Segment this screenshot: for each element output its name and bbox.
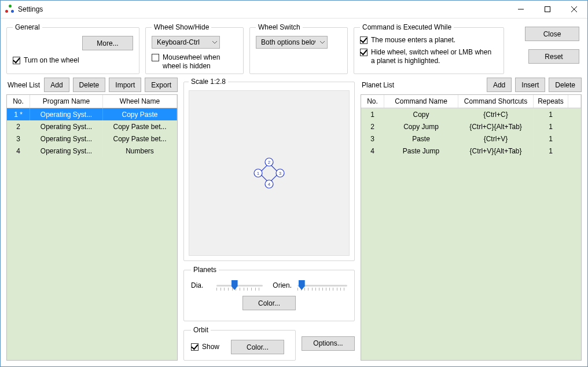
planets-legend: Planets (191, 266, 219, 274)
general-legend: General (13, 23, 42, 31)
mousewheel-checkbox[interactable]: Mousewheel when wheel is hidden (152, 53, 233, 71)
cell-program: Operating Syst... (30, 108, 103, 120)
cell-name: Copy Jump (384, 120, 458, 133)
table-row[interactable]: 4Operating Syst...Numbers (7, 145, 177, 157)
table-row[interactable]: 2Copy Jump{Ctrl+C}{Alt+Tab}1 (361, 120, 581, 133)
planet-list-label: Planet List (361, 81, 394, 89)
cell-shortcut: {Ctrl+V}{Alt+Tab} (458, 145, 534, 157)
checkbox-icon (191, 343, 199, 351)
more-button[interactable]: More... (82, 36, 133, 50)
cell-no: 2 (7, 120, 30, 133)
planet-list-table[interactable]: No. Command Name Command Shortcuts Repea… (361, 94, 582, 361)
table-row[interactable]: 1Copy{Ctrl+C}1 (361, 108, 581, 120)
checkbox-icon (152, 54, 159, 61)
app-icon (5, 5, 14, 14)
planet-th-no[interactable]: No. (361, 95, 384, 108)
cell-no: 4 (361, 145, 384, 157)
orien-slider[interactable] (297, 280, 347, 291)
cell-repeats: 1 (534, 145, 568, 157)
cell-program: Operating Syst... (30, 145, 103, 157)
cell-no: 4 (7, 145, 30, 157)
cell-no: 3 (361, 133, 384, 145)
planet-th-shortcut[interactable]: Command Shortcuts (458, 95, 534, 108)
maximize-button[interactable] (534, 1, 561, 18)
cell-no: 1 * (7, 108, 30, 120)
settings-window: Settings General More... Turn on the whe… (0, 0, 588, 367)
turn-on-wheel-checkbox[interactable]: Turn on the wheel (13, 56, 79, 65)
chevron-down-icon (320, 41, 325, 44)
wheel-switch-group: Wheel Switch Both options below (249, 23, 348, 74)
wheel-th-no[interactable]: No. (7, 95, 30, 108)
wheel-showhide-legend: Wheel Show/Hide (152, 23, 211, 31)
wheel-export-button[interactable]: Export (145, 78, 178, 92)
exec-while-legend: Command is Executed While (360, 23, 454, 31)
wheel-th-program[interactable]: Program Name (30, 95, 103, 108)
wheel-th-wheel[interactable]: Wheel Name (103, 95, 177, 108)
exec-while-group: Command is Executed While The mouse ente… (354, 23, 504, 74)
cell-no: 2 (361, 120, 384, 133)
wheel-diagram-icon: 2 3 4 1 (252, 156, 286, 190)
mousewheel-label: Mousewheel when wheel is hidden (163, 53, 233, 71)
table-row[interactable]: 1 *Operating Syst...Copy Paste (7, 108, 177, 120)
planet-add-button[interactable]: Add (487, 78, 512, 92)
wheel-delete-button[interactable]: Delete (73, 78, 106, 92)
wheel-list-table[interactable]: No. Program Name Wheel Name 1 *Operating… (6, 94, 178, 361)
planets-color-button[interactable]: Color... (242, 296, 296, 310)
cell-wheel: Numbers (103, 145, 177, 157)
orbit-show-checkbox[interactable]: Show (191, 343, 219, 351)
cell-shortcut: {Ctrl+V} (458, 133, 534, 145)
exec-opt2-checkbox[interactable]: Hide wheel, switch wheel or LMB when a p… (360, 48, 498, 65)
showhide-select-value: Keyboard-Ctrl (157, 38, 200, 46)
planet-insert-button[interactable]: Insert (515, 78, 545, 92)
minimize-button[interactable] (508, 1, 534, 18)
orbit-color-button[interactable]: Color... (231, 340, 284, 354)
wheel-showhide-group: Wheel Show/Hide Keyboard-Ctrl Mousewheel… (145, 23, 244, 74)
table-row[interactable]: 2Operating Syst...Copy Paste bet... (7, 120, 177, 133)
turn-on-wheel-label: Turn on the wheel (24, 56, 79, 65)
cell-program: Operating Syst... (30, 120, 103, 133)
wheel-add-button[interactable]: Add (44, 78, 69, 92)
table-row[interactable]: 3Paste{Ctrl+V}1 (361, 133, 581, 145)
cell-wheel: Copy Paste (103, 108, 177, 120)
options-button[interactable]: Options... (302, 336, 355, 351)
close-window-button[interactable] (561, 1, 587, 18)
cell-no: 1 (361, 108, 384, 120)
planet-delete-button[interactable]: Delete (549, 78, 582, 92)
dia-label: Dia. (191, 281, 211, 289)
reset-button[interactable]: Reset (528, 49, 579, 64)
planet-th-name[interactable]: Command Name (384, 95, 458, 108)
svg-text:1: 1 (257, 171, 260, 176)
cell-wheel: Copy Paste bet... (103, 133, 177, 145)
svg-text:2: 2 (268, 160, 271, 165)
showhide-select[interactable]: Keyboard-Ctrl (152, 36, 220, 49)
close-button[interactable]: Close (525, 27, 579, 41)
switch-select-value: Both options below (261, 38, 315, 46)
cell-name: Paste Jump (384, 145, 458, 157)
exec-opt1-checkbox[interactable]: The mouse enters a planet. (360, 36, 498, 45)
planets-group: Planets Dia. Orien. (183, 266, 355, 321)
table-row[interactable]: 3Operating Syst...Copy Paste bet... (7, 133, 177, 145)
checkbox-icon (360, 36, 368, 44)
checkbox-icon (13, 57, 20, 64)
dia-slider[interactable] (216, 280, 263, 291)
orien-label: Orien. (269, 281, 292, 289)
titlebar: Settings (1, 1, 587, 19)
orbit-legend: Orbit (191, 326, 211, 334)
planet-th-repeats[interactable]: Repeats (534, 95, 568, 108)
exec-opt2-label: Hide wheel, switch wheel or LMB when a p… (371, 48, 493, 65)
cell-shortcut: {Ctrl+C} (458, 108, 534, 120)
wheel-switch-legend: Wheel Switch (256, 23, 303, 31)
svg-text:3: 3 (279, 171, 282, 176)
orbit-show-label: Show (202, 343, 219, 351)
table-row[interactable]: 4Paste Jump{Ctrl+V}{Alt+Tab}1 (361, 145, 581, 157)
cell-no: 3 (7, 133, 30, 145)
wheel-import-button[interactable]: Import (109, 78, 141, 92)
window-title: Settings (18, 5, 43, 13)
switch-select[interactable]: Both options below (256, 36, 328, 49)
cell-repeats: 1 (534, 108, 568, 120)
cell-wheel: Copy Paste bet... (103, 120, 177, 133)
svg-text:4: 4 (268, 182, 271, 187)
exec-opt1-label: The mouse enters a planet. (371, 36, 455, 45)
cell-repeats: 1 (534, 120, 568, 133)
scale-canvas[interactable]: 2 3 4 1 (189, 90, 350, 256)
